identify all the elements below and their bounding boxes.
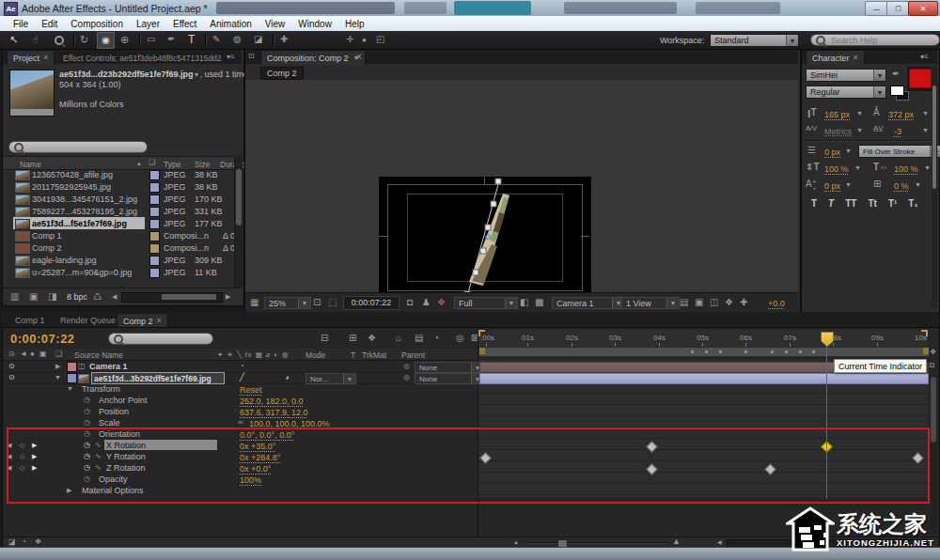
stroke-mode-dropdown[interactable]: Fill Over Stroke ▼: [858, 145, 940, 158]
prop-row-opacity[interactable]: ◷ Opacity 100%: [3, 474, 478, 485]
draft3d-icon[interactable]: ⊞: [349, 334, 356, 343]
table-row[interactable]: 3041938...345476151_2.jpg JPEG 170 KB: [3, 193, 234, 205]
twirl-icon[interactable]: ▼: [67, 385, 73, 392]
label-chip[interactable]: [149, 219, 160, 229]
tsume-arrow[interactable]: ▼: [915, 181, 921, 188]
prop-row-anchor[interactable]: ◷ Anchor Point 252.0, 182.0, 0.0: [3, 395, 478, 406]
stopwatch-icon[interactable]: ◷: [84, 430, 90, 438]
trkmat-column[interactable]: TrkMat: [362, 350, 386, 360]
prop-label[interactable]: Anchor Point: [99, 397, 148, 405]
fader-icon[interactable]: ◔: [240, 363, 244, 370]
eraser-tool-icon[interactable]: ◪: [254, 35, 262, 44]
new-comp-icon[interactable]: ◨: [48, 292, 56, 302]
column-divider[interactable]: [478, 328, 478, 537]
prop-value[interactable]: 0x +0.0°: [240, 464, 271, 474]
stroke-width-arrow[interactable]: ▼: [845, 148, 852, 154]
add-keyframe-icon[interactable]: ◇: [20, 464, 24, 471]
parent-pickwhip-icon[interactable]: ◎: [403, 363, 410, 370]
label-chip[interactable]: [149, 243, 160, 254]
baseline-shift-arrow[interactable]: ▼: [845, 181, 852, 188]
add-keyframe-icon[interactable]: ◇: [20, 442, 24, 448]
timeline-zoom-slider[interactable]: [525, 542, 666, 543]
table-row[interactable]: eagle-landing.jpg JPEG 309 KB: [3, 254, 234, 266]
prop-row-y-rotation[interactable]: ◀ ◇ ▶ ◷ ∿ Y Rotation 0x +284.8°: [3, 451, 478, 462]
timeline-button-icon[interactable]: ◫: [710, 298, 718, 307]
blend-mode-arrow[interactable]: ▼: [343, 374, 355, 383]
stroke-width-value[interactable]: 0 px: [824, 148, 840, 157]
font-size-arrow[interactable]: ▼: [856, 110, 863, 117]
zoom-out-mountain-icon[interactable]: ▲: [513, 539, 519, 545]
tab-project[interactable]: Project ×: [7, 50, 55, 65]
prop-value[interactable]: 100.0, 100.0, 100.0%: [249, 419, 330, 428]
source-name-column[interactable]: Source Name: [74, 350, 123, 360]
axis-local-icon[interactable]: ✛: [346, 35, 353, 44]
t-column[interactable]: T: [351, 350, 355, 360]
prop-row-scale[interactable]: ◷ Scale ∞ 100.0, 100.0, 100.0%: [3, 417, 478, 428]
next-keyframe-icon[interactable]: ▶: [32, 453, 37, 459]
fast-preview-icon[interactable]: ▣: [695, 298, 703, 307]
stopwatch-icon[interactable]: ◷: [84, 442, 90, 449]
stopwatch-icon[interactable]: ◷: [84, 464, 90, 472]
new-folder-icon[interactable]: ▣: [29, 292, 38, 302]
horizontal-scale-value[interactable]: 100 %: [894, 164, 918, 174]
vertical-scale-arrow[interactable]: ▼: [854, 164, 861, 171]
table-row[interactable]: u=25287...m=90&gp=0.jpg JPEG 11 KB: [3, 266, 234, 278]
zoom-tool-icon[interactable]: [55, 36, 64, 45]
tab-close-icon[interactable]: ×: [854, 54, 858, 62]
menu-help[interactable]: Help: [339, 17, 370, 31]
subscript-button[interactable]: T₁: [908, 198, 917, 209]
rotation-tool-icon[interactable]: ↻: [80, 35, 88, 45]
brush-tool-icon[interactable]: ✎: [212, 35, 220, 44]
panel-menu-icon[interactable]: ▾≡: [227, 54, 235, 61]
help-search-input[interactable]: [829, 35, 934, 46]
menu-animation[interactable]: Animation: [204, 17, 257, 31]
stopwatch-icon[interactable]: ◷: [84, 408, 90, 415]
project-search-input[interactable]: [27, 142, 142, 153]
file-name[interactable]: eagle-landing.jpg: [32, 257, 97, 265]
selection-tool-icon[interactable]: ↖: [9, 35, 18, 45]
fill-stroke-swatches[interactable]: [890, 86, 909, 101]
project-search-box[interactable]: [8, 141, 148, 153]
motion-blur-toggle-icon[interactable]: ◕: [285, 374, 290, 381]
prop-label[interactable]: Material Options: [82, 487, 144, 495]
tab-close-icon[interactable]: ×: [356, 53, 362, 62]
mode-column[interactable]: Mode: [306, 350, 325, 360]
transparency-grid-icon[interactable]: ▩: [535, 298, 543, 307]
footage-name[interactable]: ae51f3d...d23b292df5e1fe7f69.jpg: [59, 70, 194, 79]
quality-icon[interactable]: ╱: [240, 374, 244, 381]
channel-icon[interactable]: ❖: [437, 298, 446, 307]
table-row[interactable]: 1236570428_afile.jpg JPEG 38 KB: [3, 168, 234, 180]
prop-label[interactable]: X Rotation: [106, 441, 146, 450]
hide-shy-icon[interactable]: ❖: [368, 334, 376, 343]
label-chip[interactable]: [149, 207, 160, 217]
font-style-arrow[interactable]: ▼: [873, 86, 885, 98]
font-family-dropdown[interactable]: SimHei ▼: [806, 69, 886, 82]
prop-row-z-rotation[interactable]: ◀ ◇ ▶ ◷ ∿ Z Rotation 0x +0.0°: [3, 462, 478, 474]
layer-color-chip[interactable]: [67, 362, 77, 372]
prop-value[interactable]: 0x +35.0°: [240, 442, 275, 451]
modes-toggle-icon[interactable]: ◔: [22, 538, 26, 546]
parent-pickwhip-icon[interactable]: ◎: [403, 374, 410, 381]
twirl-icon[interactable]: ▶: [67, 487, 71, 493]
menu-effect[interactable]: Effect: [167, 17, 202, 31]
label-chip[interactable]: [149, 194, 160, 205]
comp-mini-flowchart-icon[interactable]: ⊟: [321, 334, 328, 343]
view-layout-dropdown[interactable]: 1 View ▼: [621, 297, 680, 309]
sort-icon[interactable]: ▲: [136, 161, 142, 166]
tab-render-queue[interactable]: Render Queue: [60, 316, 116, 325]
workspace-dropdown-arrow[interactable]: ▼: [786, 35, 798, 46]
prop-value[interactable]: 252.0, 182.0, 0.0: [240, 397, 304, 406]
resolution-dropdown[interactable]: Full ▼: [454, 297, 518, 309]
label-chip[interactable]: [149, 268, 160, 278]
camera-dropdown[interactable]: Camera 1 ▼: [552, 297, 625, 309]
work-area-bar[interactable]: [478, 347, 930, 357]
file-name[interactable]: 3041938...345476151_2.jpg: [32, 195, 137, 204]
table-row[interactable]: 20117592925945.jpg JPEG 38 KB: [3, 180, 234, 193]
label-chip[interactable]: [149, 231, 160, 241]
stopwatch-icon[interactable]: ◷: [84, 419, 90, 427]
faux-italic-button[interactable]: T: [828, 198, 834, 209]
table-row[interactable]: Comp 1 Composi...n Δ 0: [3, 229, 234, 241]
view-layout-arrow[interactable]: ▼: [666, 298, 679, 308]
rotated-layer[interactable]: [379, 177, 591, 299]
exposure-value[interactable]: +0.0: [768, 299, 785, 308]
